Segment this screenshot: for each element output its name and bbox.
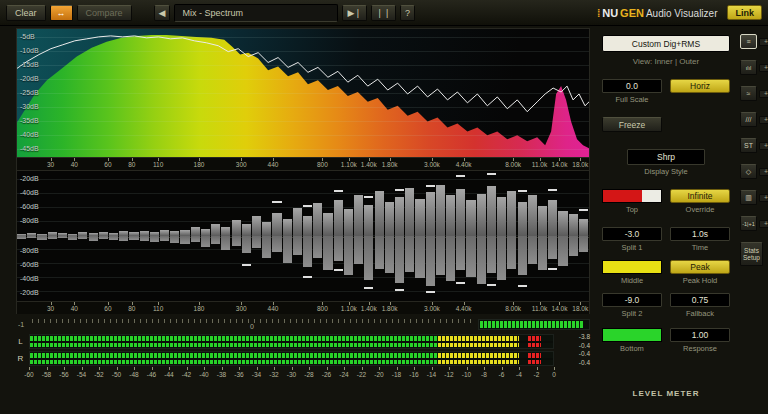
chevron-left-icon: ◀	[159, 8, 166, 18]
pause-button[interactable]: ❘❘	[371, 5, 396, 21]
swap-ab-button[interactable]: ↔	[50, 5, 73, 21]
channel-label: R	[16, 354, 25, 363]
peak-hold-label: Peak Hold	[670, 276, 730, 285]
scale-label: -20	[374, 371, 383, 378]
visualizer-window: Clear ↔ Compare ◀ Mix - Spectrum ▶❘ ❘❘ ?…	[0, 0, 768, 414]
freq-label: 30	[47, 161, 54, 168]
scale-label: -14	[427, 371, 436, 378]
scale-label: -56	[59, 371, 68, 378]
time-label: Time	[670, 243, 730, 252]
scale-label: -4	[516, 371, 522, 378]
scale-label: -42	[182, 371, 191, 378]
meter-zone-red	[528, 353, 542, 364]
view-preset-dropdown[interactable]: Mix - Spectrum	[174, 4, 338, 22]
peak-hold-button[interactable]: Peak	[670, 260, 730, 274]
view-mode-stereo-button[interactable]: ST	[740, 138, 757, 153]
clear-button[interactable]: Clear	[6, 5, 46, 21]
split-meter-bar	[538, 206, 547, 236]
scale-tick	[414, 367, 415, 370]
scale-label: -30	[287, 371, 296, 378]
meter-preset-dropdown[interactable]: Custom Dig+RMS	[602, 35, 730, 52]
time-value-field[interactable]: 1.0s	[670, 227, 730, 241]
response-value-field[interactable]: 1.00	[670, 328, 730, 342]
channel-label: L	[16, 337, 25, 346]
freq-label: 1.80k	[382, 305, 398, 312]
add-view-mode-vectorscope-button[interactable]: +	[759, 168, 768, 176]
split-meter-bar	[579, 236, 588, 252]
view-mode-meter-button[interactable]: ▥	[740, 190, 757, 205]
middle-color-swatch[interactable]	[602, 260, 662, 274]
mode-strip-item: ◇+	[740, 164, 768, 179]
scale-label: -26	[322, 371, 331, 378]
override-infinite-button[interactable]: Infinite	[670, 189, 730, 203]
split2-value-field[interactable]: -9.0	[602, 293, 662, 307]
add-view-mode-wave-button[interactable]: +	[759, 90, 768, 98]
scale-tick	[309, 367, 310, 370]
split-meter-bar	[548, 200, 557, 236]
peak-hold-tick	[426, 185, 435, 187]
horiz-toggle-button[interactable]: Horiz	[670, 79, 730, 93]
split-meter-bar	[17, 236, 26, 239]
view-mode-vectorscope-button[interactable]: ◇	[740, 164, 757, 179]
split-meter-bar	[334, 236, 343, 261]
level-meter-row: L-3.8-0.4	[16, 334, 590, 349]
view-mode-bars-button[interactable]: ılıl	[740, 60, 757, 75]
split-meter-bar	[221, 227, 230, 236]
freq-label: 800	[317, 305, 328, 312]
top-color-swatch[interactable]	[602, 189, 662, 203]
level-meters: L-3.8-0.4R-0.4-0.4	[16, 334, 590, 366]
split-meter-bar	[262, 222, 271, 236]
scale-label: -44	[164, 371, 173, 378]
view-mode-hatch-button[interactable]: ///	[740, 112, 757, 127]
split-meter-bar	[487, 236, 496, 273]
split-meter-bar	[497, 197, 506, 236]
freq-label: 1.40k	[361, 305, 377, 312]
scale-label: -10	[462, 371, 471, 378]
logo-nu: NU	[602, 7, 618, 19]
scale-tick	[169, 367, 170, 370]
play-pause-button[interactable]: ▶❘	[342, 5, 366, 21]
meter-zone-green	[30, 336, 438, 347]
override-label: Override	[670, 205, 730, 214]
add-view-mode-hatch-button[interactable]: +	[759, 116, 768, 124]
bottom-color-swatch[interactable]	[602, 328, 662, 342]
scale-label: 0	[552, 371, 556, 378]
add-view-mode-spectrum-button[interactable]: +	[759, 38, 768, 46]
spectrum-db-label: -40dB	[20, 131, 39, 138]
full-scale-value-field[interactable]: 0.0	[602, 79, 662, 93]
help-button[interactable]: ?	[400, 5, 415, 21]
peak-hold-tick	[426, 291, 435, 293]
split-meter-bar	[140, 236, 149, 241]
fallback-value-field[interactable]: 0.75	[670, 293, 730, 307]
split-meter-bar	[507, 191, 516, 236]
split-meter-bar	[89, 236, 98, 241]
split1-value-field[interactable]: -3.0	[602, 227, 662, 241]
split-meter-bar	[211, 236, 220, 244]
add-view-mode-offset-button[interactable]: +	[759, 220, 768, 228]
scale-label: -36	[234, 371, 243, 378]
freq-label: 40	[71, 161, 78, 168]
display-style-dropdown[interactable]: Shrp	[627, 149, 705, 165]
view-mode-wave-button[interactable]: ≈	[740, 86, 757, 101]
view-mode-offset-button[interactable]: -1|+1	[740, 216, 757, 231]
split-meter-bar	[415, 199, 424, 236]
meter-readout-value: -3.8	[558, 334, 590, 341]
scale-label: -18	[392, 371, 401, 378]
split-meter-bar	[109, 236, 118, 240]
add-view-mode-stereo-button[interactable]: +	[759, 142, 768, 150]
split-meter-bar	[129, 236, 138, 240]
stats-setup-button[interactable]: Stats Setup	[740, 242, 763, 266]
view-mode-spectrum-button[interactable]: ≡	[740, 34, 757, 49]
mode-strip-item: ılıl+	[740, 60, 768, 75]
freq-label: 180	[194, 161, 205, 168]
add-view-mode-meter-button[interactable]: +	[759, 194, 768, 202]
split-db-label: -80dB	[20, 217, 39, 224]
freq-label: 440	[268, 305, 279, 312]
freeze-button[interactable]: Freeze	[602, 117, 662, 132]
split-meter-bar	[170, 236, 179, 243]
previous-preset-button[interactable]: ◀	[154, 5, 171, 21]
link-button[interactable]: Link	[727, 5, 762, 20]
add-view-mode-bars-button[interactable]: +	[759, 64, 768, 72]
freq-label: 14.0k	[552, 161, 568, 168]
compare-button[interactable]: Compare	[77, 5, 132, 21]
